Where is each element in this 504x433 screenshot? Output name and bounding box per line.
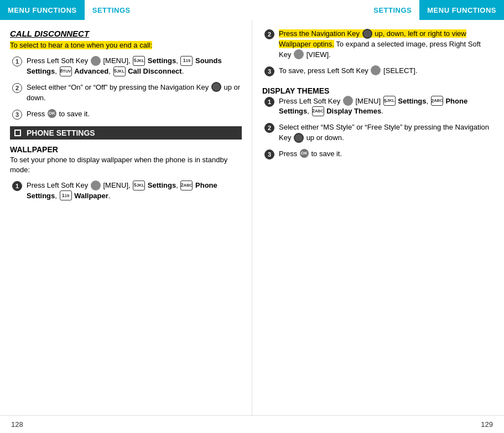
step-number-2: 2 bbox=[12, 83, 22, 93]
soft-key-icon-wp3 bbox=[371, 65, 381, 75]
step-cd-1: 1 Press Left Soft Key [MENU], 5JKL Setti… bbox=[12, 56, 242, 77]
ok-key-icon-dt: OK bbox=[300, 149, 309, 158]
soft-key-icon-wp bbox=[91, 181, 101, 190]
phone-settings-section: PHONE SETTINGS bbox=[10, 126, 242, 140]
nav-key-icon-dt bbox=[294, 133, 304, 143]
right-settings-tab: SETTINGS bbox=[366, 0, 419, 20]
step-number-1: 1 bbox=[12, 56, 22, 66]
step-number-wp3: 3 bbox=[264, 66, 274, 76]
step-cd-2: 2 Select either “On” or “Off” by pressin… bbox=[12, 83, 242, 104]
right-page-number: 129 bbox=[481, 420, 493, 429]
display-themes-title: DISPLAY THEMES bbox=[262, 86, 494, 95]
step-wp-2-text: Press the Navigation Key up, down, left … bbox=[279, 29, 494, 60]
num-1-wp-icon: 119 bbox=[60, 190, 72, 200]
wallpaper-title: WALLPAPER bbox=[10, 145, 242, 154]
step-dt-1: 1 Press Left Soft Key [MENU] 5JKL Settin… bbox=[264, 96, 494, 117]
step-wp-3-text: To save, press Left Soft Key [SELECT]. bbox=[279, 66, 494, 76]
right-menu-tab: MENU FUNCTIONS bbox=[419, 0, 504, 20]
wallpaper-cont-steps: 2 Press the Navigation Key up, down, lef… bbox=[264, 29, 494, 76]
step-wp-3: 3 To save, press Left Soft Key [SELECT]. bbox=[264, 66, 494, 76]
soft-key-icon bbox=[91, 56, 101, 66]
left-page: CALL DISCONNECT To select to hear a tone… bbox=[0, 20, 252, 415]
step-dt-2: 2 Select either “MS Style” or “Free Styl… bbox=[264, 122, 494, 143]
soft-key-icon-dt1 bbox=[343, 96, 353, 106]
ok-key-icon: OK bbox=[48, 109, 56, 118]
num-2abc-dt2-icon: 2ABC bbox=[312, 106, 324, 116]
call-disconnect-title: CALL DISCONNECT bbox=[10, 29, 242, 38]
call-disconnect-intro: To select to hear a tone when you end a … bbox=[10, 40, 242, 50]
step-number-dt1: 1 bbox=[264, 97, 274, 107]
call-disconnect-steps: 1 Press Left Soft Key [MENU], 5JKL Setti… bbox=[12, 56, 242, 119]
step-wp-2-highlight: Press the Navigation Key up, down, left … bbox=[279, 29, 466, 48]
step-number-dt2: 2 bbox=[264, 123, 274, 133]
wallpaper-intro: To set your phone to display wallpaper w… bbox=[10, 155, 242, 175]
num-5jkl-dt-icon: 5JKL bbox=[383, 96, 396, 106]
step-number-dt3: 3 bbox=[264, 150, 274, 159]
step-cd-3: 3 Press OK to save it. bbox=[12, 109, 242, 120]
display-themes-steps: 1 Press Left Soft Key [MENU] 5JKL Settin… bbox=[264, 96, 494, 159]
wallpaper-steps: 1 Press Left Soft Key [MENU], 5JKL Setti… bbox=[12, 181, 242, 202]
phone-settings-label: PHONE SETTINGS bbox=[27, 128, 95, 137]
right-page: 2 Press the Navigation Key up, down, lef… bbox=[252, 20, 504, 415]
num-2abc-dt1-icon: 2ABC bbox=[431, 96, 443, 106]
header: MENU FUNCTIONS SETTINGS SETTINGS MENU FU… bbox=[0, 0, 504, 20]
step-wp-2: 2 Press the Navigation Key up, down, lef… bbox=[264, 29, 494, 60]
section-square-icon bbox=[14, 130, 21, 136]
step-cd-1-text: Press Left Soft Key [MENU], 5JKL Setting… bbox=[27, 56, 242, 77]
step-wp-1: 1 Press Left Soft Key [MENU], 5JKL Setti… bbox=[12, 181, 242, 202]
num-2abc-wp-icon: 2ABC bbox=[180, 181, 193, 190]
step-wp-1-text: Press Left Soft Key [MENU], 5JKL Setting… bbox=[27, 181, 242, 202]
num-1-icon: 119 bbox=[180, 56, 193, 66]
nav-key-icon bbox=[211, 82, 221, 92]
num-5jkl2-icon: 5JKL bbox=[113, 66, 126, 76]
nav-key-icon-wp2 bbox=[362, 29, 372, 39]
left-menu-tab: MENU FUNCTIONS bbox=[0, 0, 85, 20]
num-8tuv-icon: 8TUV bbox=[60, 66, 72, 76]
step-cd-2-text: Select either “On” or “Off” by pressing … bbox=[27, 83, 242, 104]
step-dt-3-text: Press OK to save it. bbox=[279, 149, 494, 159]
left-page-number: 128 bbox=[11, 420, 23, 429]
step-dt-1-text: Press Left Soft Key [MENU] 5JKL Settings… bbox=[279, 96, 494, 117]
step-number-wp2: 2 bbox=[264, 29, 274, 39]
num-5jkl-icon: 5JKL bbox=[133, 56, 145, 66]
step-number-3: 3 bbox=[12, 110, 22, 120]
step-number-wp1: 1 bbox=[12, 181, 22, 191]
step-dt-2-text: Select either “MS Style” or “Free Style”… bbox=[279, 122, 494, 143]
num-5jkl-wp-icon: 5JKL bbox=[133, 181, 145, 190]
left-settings-tab: SETTINGS bbox=[85, 0, 138, 20]
step-dt-3: 3 Press OK to save it. bbox=[264, 149, 494, 159]
footer: 128 129 bbox=[0, 415, 504, 433]
soft-key-right-icon bbox=[294, 49, 304, 59]
step-cd-3-text: Press OK to save it. bbox=[27, 109, 242, 120]
